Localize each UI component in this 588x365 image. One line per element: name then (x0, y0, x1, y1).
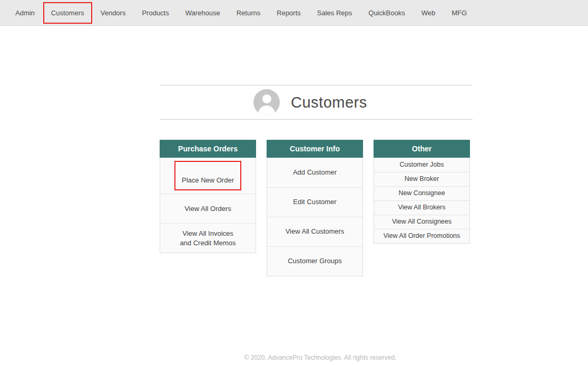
main-content: Customers Purchase Orders Place New Orde… (160, 85, 473, 276)
nav-item-mfg[interactable]: MFG (452, 9, 467, 17)
top-nav-bar: Admin Customers Vendors Products Warehou… (0, 0, 588, 26)
menu-item-place-new-order[interactable]: Place New Order (160, 158, 256, 194)
card-purchase-orders: Purchase Orders Place New Order View All… (160, 140, 256, 253)
nav-item-web[interactable]: Web (422, 9, 436, 17)
card-customer-info: Customer Info Add Customer Edit Customer… (267, 140, 363, 276)
nav-item-products[interactable]: Products (142, 9, 169, 17)
menu-item-view-all-order-promotions[interactable]: View All Order Promotions (374, 229, 469, 243)
person-icon (253, 89, 280, 116)
card-header-other: Other (374, 140, 470, 158)
card-header-purchase-orders: Purchase Orders (160, 140, 256, 158)
nav-item-sales-reps[interactable]: Sales Reps (317, 9, 352, 17)
menu-item-view-all-orders[interactable]: View All Orders (160, 194, 256, 223)
card-header-customer-info: Customer Info (267, 140, 363, 158)
nav-item-reports[interactable]: Reports (277, 9, 301, 17)
menu-item-view-all-invoices-and-credit-memos[interactable]: View All Invoices and Credit Memos (160, 223, 256, 253)
card-other: Other Customer Jobs New Broker New Consi… (374, 140, 470, 244)
menu-item-view-all-consignees[interactable]: View All Consignees (374, 215, 469, 229)
menu-item-view-all-customers[interactable]: View All Customers (267, 217, 362, 246)
menu-item-new-consignee[interactable]: New Consignee (374, 186, 469, 200)
menu-item-customer-jobs[interactable]: Customer Jobs (374, 158, 469, 172)
menu-item-edit-customer[interactable]: Edit Customer (267, 187, 362, 217)
menu-item-customer-groups[interactable]: Customer Groups (267, 246, 362, 276)
menu-item-view-all-brokers[interactable]: View All Brokers (374, 200, 469, 215)
nav-item-vendors[interactable]: Vendors (101, 9, 126, 17)
top-nav-list: Admin Customers Vendors Products Warehou… (15, 2, 467, 24)
person-icon-torso (258, 105, 275, 116)
nav-item-quickbooks[interactable]: QuickBooks (368, 9, 405, 17)
menu-cards-row: Purchase Orders Place New Order View All… (160, 140, 473, 276)
nav-item-warehouse[interactable]: Warehouse (185, 9, 220, 17)
menu-item-add-customer[interactable]: Add Customer (267, 158, 362, 187)
page-title: Customers (291, 94, 367, 111)
nav-item-admin[interactable]: Admin (15, 9, 35, 17)
nav-item-customers[interactable]: Customers (51, 9, 84, 17)
page-header: Customers (160, 85, 473, 120)
nav-item-customers-wrapper: Customers (51, 2, 84, 24)
nav-item-returns[interactable]: Returns (237, 9, 261, 17)
footer-copyright: © 2020, AdvancePro Technologies. All rig… (160, 354, 481, 361)
customers-annotation-box: Customers (43, 2, 92, 24)
person-icon-head (262, 94, 271, 103)
place-new-order-annotation-box: Place New Order (174, 161, 241, 190)
menu-item-label: Place New Order (182, 176, 234, 184)
menu-item-new-broker[interactable]: New Broker (374, 172, 469, 186)
